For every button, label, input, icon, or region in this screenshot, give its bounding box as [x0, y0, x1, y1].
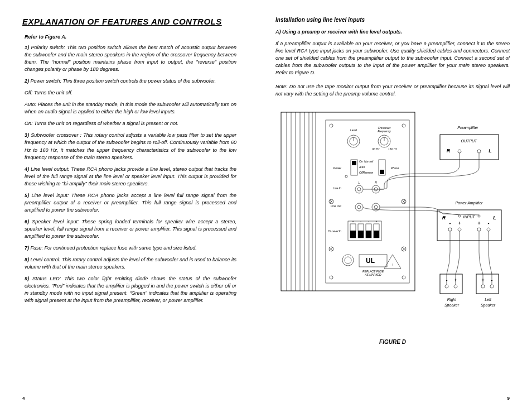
figure-d-svg: .ln { stroke:#000; stroke-width:1; fill:… — [275, 107, 510, 330]
svg-text:+: + — [352, 219, 354, 223]
line-off: Off: Turns the unit off. — [22, 89, 236, 97]
svg-point-11 — [402, 124, 405, 127]
svg-point-103 — [478, 215, 480, 217]
svg-text:Hi Level In: Hi Level In — [328, 229, 341, 233]
heading-installation: Installation using line level inputs — [275, 17, 510, 23]
item-2: 2) Power switch: This three position swi… — [22, 78, 236, 85]
figure-d: .ln { stroke:#000; stroke-width:1; fill:… — [275, 107, 510, 345]
item-5: 5) Line level input: These RCA phono jac… — [22, 192, 236, 214]
note-tape: Note: Do not use the tape monitor output… — [275, 83, 510, 98]
item-9: 9) Status LED: This two color light emit… — [22, 275, 236, 304]
svg-text:60 Hz: 60 Hz — [372, 147, 380, 151]
svg-point-58 — [357, 205, 361, 209]
svg-text:Phase: Phase — [391, 166, 399, 170]
svg-text:-: - — [449, 221, 451, 226]
svg-point-112 — [481, 285, 485, 288]
line-on: On: Turns the unit on regardless of whet… — [22, 120, 236, 127]
svg-text:AS MARKED: AS MARKED — [364, 273, 381, 276]
page-number-right: 9 — [275, 396, 510, 401]
page: EXPLANATION OF FEATURES AND CONTROLS Ref… — [0, 0, 532, 412]
para-preamp: If a preamplifier output is available on… — [275, 40, 510, 76]
page-number-left: 4 — [22, 396, 236, 401]
svg-point-60 — [374, 205, 378, 209]
svg-point-59 — [372, 203, 380, 211]
svg-text:+: + — [477, 221, 481, 226]
svg-text:L: L — [359, 181, 360, 184]
svg-text:Power Amplifier: Power Amplifier — [456, 201, 483, 205]
svg-rect-104 — [440, 274, 462, 294]
svg-rect-45 — [380, 170, 384, 174]
svg-point-75 — [342, 255, 354, 266]
svg-text:INPUT: INPUT — [463, 215, 476, 219]
svg-text:Left: Left — [485, 298, 492, 301]
svg-point-86 — [458, 150, 461, 153]
svg-point-100 — [477, 228, 481, 231]
sub-a: A) Using a preamp or receiver with line … — [275, 28, 510, 36]
svg-point-106 — [454, 285, 457, 288]
svg-rect-70 — [374, 231, 379, 238]
svg-text:Line In: Line In — [333, 186, 341, 190]
left-column: EXPLANATION OF FEATURES AND CONTROLS Ref… — [22, 17, 256, 401]
svg-text:Speaker: Speaker — [481, 303, 496, 308]
heading-features: EXPLANATION OF FEATURES AND CONTROLS — [22, 17, 236, 26]
svg-text:OUTPUT: OUTPUT — [461, 139, 478, 143]
svg-text:Right: Right — [447, 298, 457, 302]
right-column: Installation using line level inputs A) … — [256, 17, 510, 401]
svg-rect-111 — [476, 274, 499, 294]
svg-text:Reverse: Reverse — [362, 171, 373, 174]
svg-point-57 — [355, 203, 363, 211]
svg-point-87 — [477, 150, 481, 153]
svg-text:Auto: Auto — [359, 165, 365, 169]
svg-point-43 — [345, 175, 347, 178]
svg-text:Normal: Normal — [364, 160, 374, 163]
svg-text:L: L — [489, 148, 492, 154]
svg-text:Preamplifier: Preamplifier — [457, 126, 478, 130]
svg-point-12 — [330, 276, 333, 279]
line-auto: Auto: Places the unit in the standby mod… — [22, 101, 236, 116]
item-6: 6) Speaker level input: These spring loa… — [22, 218, 236, 240]
item-1: 1) Polarity switch: This two position sw… — [22, 44, 236, 73]
svg-text:+: + — [458, 221, 461, 226]
svg-point-99 — [458, 228, 461, 231]
svg-text:UL: UL — [366, 257, 375, 265]
svg-text:+: + — [376, 219, 378, 223]
svg-text:Frequency: Frequency — [378, 130, 391, 133]
svg-text:On: On — [359, 160, 363, 163]
svg-rect-64 — [350, 231, 356, 238]
svg-rect-68 — [366, 231, 371, 238]
svg-text:Line Out: Line Out — [331, 204, 342, 208]
item-8: 8) Level control: This rotary control ad… — [22, 256, 236, 271]
item-7: 7) Fuse: For continued protection replac… — [22, 245, 236, 252]
svg-text:R: R — [442, 215, 446, 221]
svg-text:Level: Level — [350, 128, 357, 132]
item-4: 4) Line level output: These RCA phono ja… — [22, 166, 236, 188]
svg-text:R: R — [375, 181, 377, 184]
svg-text:+: + — [454, 277, 457, 283]
figure-d-caption: FIGURE D — [275, 339, 510, 345]
svg-point-102 — [458, 215, 461, 217]
svg-text:160 Hz: 160 Hz — [388, 147, 397, 151]
svg-text:Speaker: Speaker — [444, 303, 460, 308]
svg-text:L: L — [493, 215, 496, 221]
svg-text:!: ! — [392, 263, 393, 266]
svg-rect-83 — [440, 135, 499, 160]
item-3: 3) Subwoofer crossover : This rotary con… — [22, 132, 236, 161]
svg-point-10 — [330, 124, 333, 127]
refer-figure-a: Refer to Figure A. — [22, 34, 236, 40]
svg-point-101 — [487, 228, 490, 231]
svg-point-51 — [357, 188, 361, 191]
svg-rect-66 — [358, 231, 364, 238]
svg-text:Power: Power — [333, 166, 342, 170]
svg-point-105 — [445, 285, 448, 288]
svg-point-76 — [345, 257, 351, 264]
svg-text:+: + — [481, 277, 485, 283]
svg-rect-38 — [352, 161, 356, 165]
svg-point-98 — [448, 228, 452, 231]
svg-point-113 — [490, 285, 494, 288]
svg-text:-: - — [488, 221, 490, 226]
svg-point-50 — [355, 185, 363, 193]
svg-point-13 — [402, 276, 405, 279]
svg-text:R: R — [447, 148, 451, 154]
